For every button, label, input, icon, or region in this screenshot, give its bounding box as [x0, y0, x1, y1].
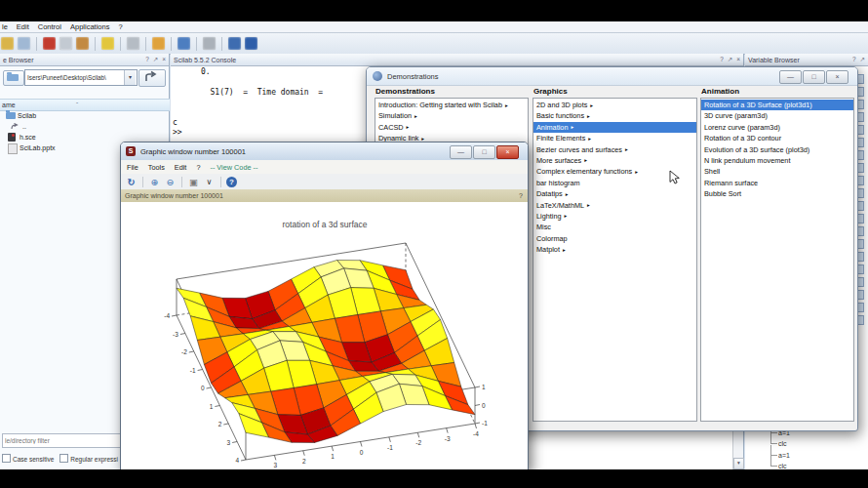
demo-item[interactable]: Bezier curves and surfaces▸ — [533, 144, 696, 155]
browse-folder-button[interactable] — [3, 70, 24, 86]
undock-icon[interactable]: ↗ — [860, 56, 865, 63]
open-folder-icon[interactable] — [18, 37, 30, 50]
dock-help-icon[interactable]: ? — [519, 189, 523, 202]
rotate-icon[interactable]: ↻ — [125, 176, 138, 188]
menu-edit[interactable]: Edit — [17, 22, 29, 31]
applications-icon[interactable] — [203, 37, 216, 50]
scroll-down-icon[interactable]: ▾ — [733, 458, 744, 469]
cut-icon[interactable] — [43, 37, 56, 50]
menu-[interactable]: ? — [118, 22, 122, 31]
demo-item[interactable]: Matplot▸ — [533, 244, 696, 255]
plot-canvas[interactable]: rotation of a 3d surface-4-3-2-101234321… — [121, 202, 528, 470]
menu-view-code[interactable]: -- View Code -- — [210, 163, 257, 172]
menu-file[interactable]: File — [127, 163, 138, 172]
demo-item[interactable]: Datatips▸ — [533, 188, 696, 199]
demo-item[interactable]: Lighting▸ — [533, 211, 696, 222]
regex-checkbox[interactable]: Regular expressi — [59, 454, 118, 463]
path-combobox[interactable]: Isers\Puneet\Desktop\Scilab\ ▾ — [24, 69, 138, 86]
variable-browser-header: Variable Browser ? ↗ — [745, 54, 868, 66]
menu-tools[interactable]: Tools — [148, 163, 165, 172]
column-header-animation: Animation — [701, 87, 739, 96]
variable-browser-title: Variable Browser — [748, 57, 800, 63]
demo-item[interactable]: LaTeX/MathML▸ — [533, 200, 696, 211]
menu-control[interactable]: Control — [38, 22, 61, 31]
demonstrations-titlebar[interactable]: Demonstrations — □ × — [367, 67, 857, 86]
demo-item[interactable]: Introduction: Getting started with Scila… — [375, 100, 528, 110]
animation-listbox[interactable]: Rotation of a 3D Surface (plot3d1)3D cur… — [700, 98, 854, 422]
show-console-icon[interactable] — [178, 37, 190, 50]
zoom-out-icon[interactable]: ⊖ — [164, 176, 177, 188]
demo-item[interactable]: Animation▸ — [533, 122, 696, 133]
datatip-icon[interactable]: ∨ — [203, 176, 216, 188]
file-name: h.sce — [0, 134, 36, 141]
minimize-button[interactable]: — — [450, 145, 472, 159]
zoom-in-icon[interactable]: ⊕ — [148, 176, 161, 188]
demo-item[interactable]: Rotation of a 3D contour — [701, 133, 853, 143]
help-icon[interactable]: ? — [852, 56, 856, 63]
svg-text:1: 1 — [210, 403, 214, 410]
svg-text:4: 4 — [235, 457, 239, 464]
history-item[interactable]: clc — [765, 438, 862, 449]
up-arrow-icon — [139, 70, 163, 84]
graphics-listbox[interactable]: 2D and 3D plots▸Basic functions▸Animatio… — [533, 98, 697, 422]
demo-item[interactable]: Evolution of a 3D surface (plot3d) — [701, 144, 853, 155]
maximize-button[interactable]: □ — [473, 145, 495, 159]
demo-item[interactable]: Colormap — [533, 233, 696, 244]
graphic-window-titlebar[interactable]: S Graphic window number 100001 — □ × — [121, 142, 528, 161]
demo-item[interactable]: Riemann surface — [701, 178, 853, 188]
mouse-cursor — [669, 170, 683, 185]
new-file-icon[interactable] — [1, 37, 14, 50]
history-item[interactable]: a=1 — [765, 450, 862, 461]
demo-item[interactable]: N link pendulum movement — [701, 155, 853, 166]
chevron-down-icon[interactable]: ▾ — [124, 70, 136, 85]
menu-help[interactable]: ? — [196, 163, 200, 172]
menu-edit[interactable]: Edit — [175, 163, 187, 172]
original-view-icon[interactable]: ▣ — [187, 176, 200, 188]
help-icon[interactable] — [245, 37, 257, 50]
demo-item[interactable]: 2D and 3D plots▸ — [533, 100, 696, 110]
minimize-button[interactable]: — — [779, 70, 802, 84]
file-tree-item[interactable]: .. — [0, 121, 168, 132]
pptx-file-icon — [8, 143, 18, 154]
paste-icon[interactable] — [76, 37, 89, 50]
print-icon[interactable] — [127, 37, 139, 50]
console-header: Scilab 5.5.2 Console ? ↗ × — [171, 54, 743, 66]
help-icon[interactable]: ? — [226, 177, 237, 187]
maximize-button[interactable]: □ — [803, 70, 825, 84]
menu-le[interactable]: le — [2, 22, 8, 31]
clear-console-icon[interactable] — [101, 37, 114, 50]
demo-item[interactable]: Basic functions▸ — [533, 110, 696, 121]
close-icon[interactable]: × — [162, 56, 166, 63]
demo-item[interactable]: CACSD▸ — [375, 122, 528, 133]
case-sensitive-checkbox[interactable]: Case sensitive — [2, 454, 54, 463]
undock-icon[interactable]: ↗ — [153, 56, 158, 63]
export-icon[interactable] — [152, 37, 165, 50]
up-directory-button[interactable] — [138, 69, 166, 87]
close-icon[interactable]: × — [736, 56, 740, 63]
help-icon[interactable]: ? — [145, 56, 149, 63]
demo-item[interactable]: Simulation▸ — [375, 110, 528, 121]
close-button[interactable]: × — [496, 145, 519, 159]
submenu-arrow-icon: ▸ — [566, 191, 569, 197]
demo-item[interactable]: Shell — [701, 166, 853, 177]
submenu-arrow-icon: ▸ — [414, 113, 417, 119]
preferences-gear-icon[interactable] — [228, 37, 241, 50]
demo-item[interactable]: Rotation of a 3D Surface (plot3d1) — [701, 100, 853, 110]
demo-item[interactable]: Misc — [533, 222, 696, 232]
menu-applications[interactable]: Applications — [70, 22, 109, 31]
help-icon[interactable]: ? — [720, 56, 724, 63]
surface-plot: rotation of a 3d surface-4-3-2-101234321… — [121, 202, 528, 470]
checkbox-icon — [59, 454, 68, 463]
file-tree-item[interactable]: Scilab — [0, 110, 168, 121]
svg-text:-4: -4 — [473, 430, 479, 437]
copy-icon[interactable] — [59, 37, 72, 50]
demo-item[interactable]: Bubble Sort — [701, 188, 853, 199]
demo-item[interactable]: Lorenz curve (param3d) — [701, 122, 853, 133]
demo-item[interactable]: More surfaces▸ — [533, 155, 696, 166]
screen: leEditControlApplications? e Browser ? ↗… — [0, 0, 868, 488]
demo-item[interactable]: 3D curve (param3d) — [701, 110, 853, 121]
undock-icon[interactable]: ↗ — [728, 56, 732, 63]
demo-item[interactable]: Finite Elements▸ — [533, 133, 696, 143]
close-button[interactable]: × — [826, 70, 848, 84]
toolbar-separator — [196, 37, 197, 51]
